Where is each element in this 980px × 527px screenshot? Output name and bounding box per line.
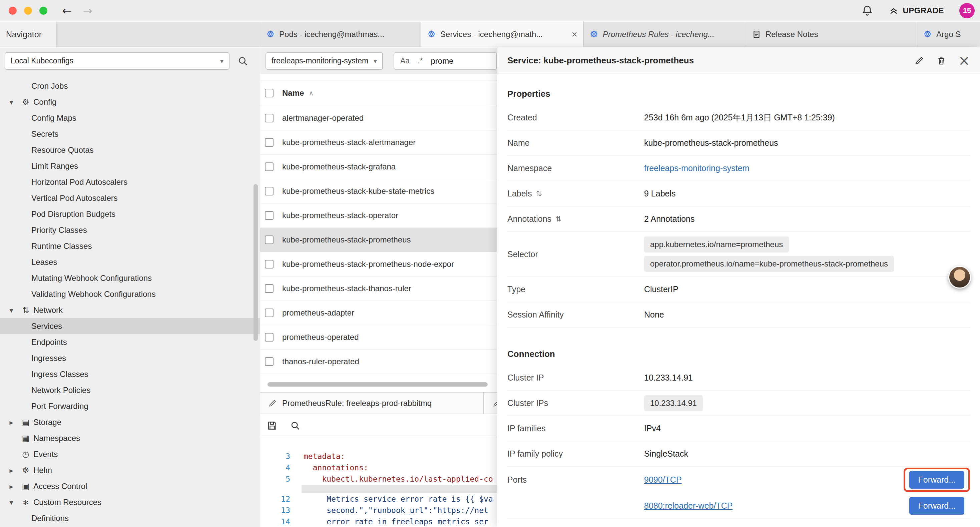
dock-tab-prometheusrule[interactable]: PrometheusRule: freeleaps-prod-rabbitmq [260, 393, 484, 414]
row-checkbox[interactable] [265, 309, 274, 317]
sidebar-tree-item[interactable]: ▸ ▤ Storage [0, 414, 260, 430]
port-forward-button[interactable]: Forward... [909, 497, 964, 515]
back-arrow-icon[interactable]: ← [62, 5, 72, 16]
cluster-tab[interactable]: ☸ Pods - icecheng@mathmas... [260, 22, 421, 47]
sidebar-tree-item[interactable]: Validating Webhook Configurations [0, 286, 260, 302]
forward-arrow-icon[interactable]: → [83, 5, 93, 16]
labels-count[interactable]: 9 Labels [644, 189, 676, 199]
port-forward-button[interactable]: Forward... [909, 471, 964, 489]
sidebar-tree-item[interactable]: Config Maps [0, 110, 260, 126]
tree-chevron-icon[interactable]: ▸ [5, 466, 18, 474]
table-row[interactable]: kube-prometheus-stack-operator [260, 204, 497, 228]
sidebar-tree-item[interactable]: ◷ Events [0, 446, 260, 462]
tree-chevron-icon[interactable]: ▸ [5, 482, 18, 490]
sidebar-tree-item[interactable]: ▾ ⇅ Network [0, 302, 260, 318]
sidebar-tree-item[interactable]: ▸ ☸ Helm [0, 462, 260, 478]
table-row[interactable]: kube-prometheus-stack-prometheus [260, 228, 497, 252]
sidebar-tree-item[interactable]: Port Forwarding [0, 398, 260, 414]
sidebar-scrollbar-thumb[interactable] [253, 184, 258, 341]
editor-search-icon[interactable] [290, 420, 300, 431]
zoom-window-button[interactable] [39, 7, 48, 15]
sidebar-tree-item[interactable]: Resource Quotas [0, 142, 260, 158]
sidebar-tree-item[interactable]: Secrets [0, 126, 260, 142]
sidebar-tree-item[interactable]: Services [0, 318, 260, 334]
row-checkbox[interactable] [265, 138, 274, 147]
horizontal-scrollbar-thumb[interactable] [267, 382, 488, 387]
sidebar-tree-item[interactable]: Runtime Classes [0, 238, 260, 254]
sidebar-search-icon[interactable] [237, 56, 248, 66]
floating-user-avatar[interactable] [948, 266, 971, 288]
namespace-dropdown[interactable]: freeleaps-monitoring-system ▾ [266, 53, 383, 70]
case-sensitive-toggle[interactable]: Aa [400, 56, 410, 65]
select-all-checkbox[interactable] [265, 89, 274, 97]
sidebar-tree-item[interactable]: ▦ Namespaces [0, 430, 260, 446]
port-link[interactable]: 9090/TCP [644, 475, 682, 485]
row-checkbox[interactable] [265, 187, 274, 196]
yaml-editor[interactable]: 3 metadata: 4 annotations: 5 kubectl.kub… [260, 437, 497, 527]
cluster-tab[interactable]: ☸ Services - icecheng@math... × [421, 22, 584, 47]
sidebar-tree-item[interactable]: Network Policies [0, 382, 260, 398]
cluster-tab[interactable]: ☸ Argo S [917, 22, 980, 47]
notification-count-badge[interactable]: 15 [959, 3, 975, 18]
table-row[interactable]: prometheus-operated [260, 325, 497, 350]
sidebar-tree-item[interactable]: Definitions [0, 510, 260, 526]
sidebar-tree-item[interactable]: ▾ ∗ Custom Resources [0, 494, 260, 510]
sidebar-tree-item[interactable]: Ingresses [0, 350, 260, 366]
row-checkbox[interactable] [265, 260, 274, 269]
tree-chevron-icon[interactable]: ▾ [5, 98, 18, 107]
kubeconfig-dropdown[interactable]: Local Kubeconfigs ▾ [5, 53, 229, 70]
close-window-button[interactable] [9, 7, 17, 15]
sidebar-tree-item[interactable]: Leases [0, 254, 260, 270]
delete-trash-icon[interactable] [936, 56, 946, 66]
tree-chevron-icon[interactable]: ▾ [5, 306, 18, 315]
dock-tab-next[interactable] [484, 393, 497, 414]
table-row[interactable]: kube-prometheus-stack-kube-state-metrics [260, 179, 497, 204]
row-checkbox[interactable] [265, 211, 274, 220]
row-checkbox[interactable] [265, 162, 274, 171]
upgrade-button[interactable]: UPGRADE [889, 6, 944, 16]
minimize-window-button[interactable] [24, 7, 32, 15]
sidebar-tree-item[interactable]: Priority Classes [0, 222, 260, 238]
cluster-tab[interactable]: ☸ Prometheus Rules - icecheng... [584, 22, 746, 47]
tree-chevron-icon[interactable]: ▸ [5, 418, 18, 427]
sidebar-tree-item[interactable]: Pod Disruption Budgets [0, 206, 260, 222]
row-checkbox[interactable] [265, 357, 274, 366]
row-checkbox[interactable] [265, 284, 274, 293]
sort-updown-icon[interactable]: ⇅ [536, 189, 542, 198]
save-icon[interactable] [267, 420, 277, 431]
table-row[interactable]: alertmanager-operated [260, 106, 497, 131]
row-checkbox[interactable] [265, 236, 274, 244]
sidebar-tree-item[interactable]: Mutating Webhook Configurations [0, 270, 260, 286]
edit-pencil-icon[interactable] [914, 56, 924, 66]
sidebar-tree-item[interactable]: Horizontal Pod Autoscalers [0, 174, 260, 190]
sidebar-tree-item[interactable]: Vertical Pod Autoscalers [0, 190, 260, 206]
sidebar-tree-item[interactable]: ▾ ⚙ Config [0, 94, 260, 110]
search-input[interactable]: Aa .* prome [394, 53, 497, 70]
table-row[interactable]: prometheus-adapter [260, 301, 497, 325]
table-row[interactable]: kube-prometheus-stack-grafana [260, 155, 497, 179]
table-row[interactable]: kube-prometheus-stack-alertmanager [260, 131, 497, 155]
regex-toggle[interactable]: .* [418, 56, 423, 65]
sidebar-tree-item[interactable]: Cron Jobs [0, 78, 260, 94]
sidebar-tree-item[interactable]: ▸ ▣ Access Control [0, 478, 260, 494]
notifications-bell-icon[interactable] [861, 5, 873, 17]
port-link[interactable]: 8080:reloader-web/TCP [644, 501, 732, 511]
sort-ascending-icon[interactable]: ∧ [309, 89, 313, 97]
sidebar-tree-item[interactable]: Limit Ranges [0, 158, 260, 174]
sidebar-tree-item[interactable]: Ingress Classes [0, 366, 260, 382]
table-row[interactable]: thanos-ruler-operated [260, 350, 497, 374]
tree-chevron-icon[interactable]: ▾ [5, 498, 18, 507]
sort-updown-icon[interactable]: ⇅ [555, 215, 562, 223]
sidebar-tree-item[interactable]: Endpoints [0, 334, 260, 350]
row-checkbox[interactable] [265, 114, 274, 123]
close-icon[interactable]: × [958, 54, 970, 68]
table-row[interactable]: kube-prometheus-stack-prometheus-node-ex… [260, 252, 497, 277]
tab-close-icon[interactable]: × [571, 29, 578, 39]
namespace-link[interactable]: freeleaps-monitoring-system [644, 164, 749, 173]
annotations-count[interactable]: 2 Annotations [644, 214, 695, 224]
cluster-tab[interactable]: ☸ Release Notes [746, 22, 917, 47]
name-column-header[interactable]: Name [282, 88, 304, 98]
navigator-panel-tab[interactable]: Navigator [0, 22, 57, 47]
row-checkbox[interactable] [265, 333, 274, 342]
table-row[interactable]: kube-prometheus-stack-thanos-ruler [260, 277, 497, 301]
